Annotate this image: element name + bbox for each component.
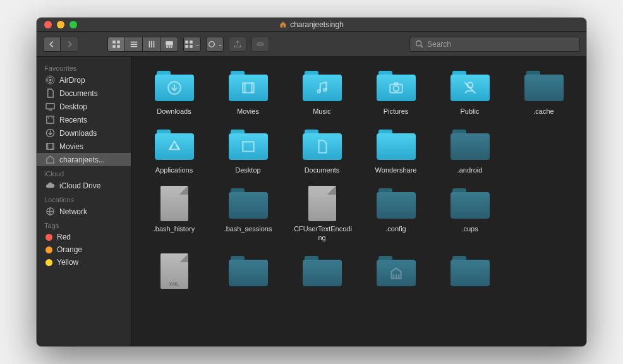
item-label: .cups bbox=[461, 225, 478, 233]
folder-item[interactable]: Movies bbox=[214, 68, 282, 116]
folder-icon bbox=[524, 71, 564, 101]
forward-button[interactable] bbox=[61, 37, 78, 52]
sidebar-item-documents[interactable]: Documents bbox=[37, 87, 131, 100]
icon-view-button[interactable] bbox=[107, 37, 125, 52]
sidebar-item-yellow[interactable]: Yellow bbox=[37, 256, 131, 269]
sidebar-item-airdrop[interactable]: AirDrop bbox=[37, 73, 131, 87]
file-item[interactable]: .CFUserTextEncoding bbox=[288, 186, 356, 241]
folder-item[interactable]: Music bbox=[288, 68, 356, 116]
folder-item[interactable] bbox=[362, 253, 430, 293]
folder-item[interactable]: Desktop bbox=[214, 127, 282, 174]
back-button[interactable] bbox=[43, 37, 61, 52]
folder-item[interactable]: .cups bbox=[436, 186, 504, 241]
list-view-button[interactable] bbox=[125, 37, 143, 52]
sidebar-item-label: Documents bbox=[59, 89, 98, 98]
svg-rect-32 bbox=[243, 142, 253, 152]
item-label: Movies bbox=[237, 107, 259, 116]
search-input[interactable] bbox=[427, 40, 574, 49]
folder-item[interactable] bbox=[436, 253, 504, 293]
folder-item[interactable]: .bash_sessions bbox=[214, 186, 282, 241]
sidebar-item-label: Network bbox=[59, 207, 87, 216]
svg-rect-6 bbox=[169, 46, 170, 47]
gallery-view-button[interactable] bbox=[160, 37, 178, 52]
item-label: Applications bbox=[155, 166, 193, 174]
finder-window: charanjeetsingh ⌄ ⌄ FavouritesAirDropDo bbox=[37, 18, 586, 346]
folder-item[interactable]: Documents bbox=[288, 127, 356, 174]
search-box[interactable] bbox=[409, 37, 580, 52]
sidebar-item-label: Red bbox=[57, 233, 71, 241]
folder-icon bbox=[229, 71, 268, 101]
search-icon bbox=[415, 40, 423, 48]
sidebar-item-recents[interactable]: Recents bbox=[37, 113, 131, 126]
sidebar-item-label: Orange bbox=[57, 245, 82, 254]
sidebar-item-downloads[interactable]: Downloads bbox=[37, 126, 131, 140]
traffic-lights bbox=[37, 21, 77, 28]
svg-point-28 bbox=[324, 88, 326, 91]
sidebar-item-label: charanjeets... bbox=[59, 155, 105, 164]
item-label: .bash_sessions bbox=[224, 225, 272, 233]
item-label: .cache bbox=[533, 107, 553, 116]
svg-rect-8 bbox=[185, 40, 188, 43]
folder-icon bbox=[451, 130, 490, 160]
folder-icon bbox=[303, 71, 342, 101]
svg-rect-2 bbox=[113, 45, 116, 47]
item-label: .android bbox=[457, 166, 483, 174]
folder-item[interactable] bbox=[288, 253, 356, 293]
icon-grid: DownloadsMoviesMusicPicturesPublic.cache… bbox=[140, 68, 578, 293]
file-item[interactable]: XML bbox=[140, 253, 208, 293]
folder-icon bbox=[229, 256, 268, 286]
folder-item[interactable] bbox=[214, 253, 282, 293]
item-label: Documents bbox=[305, 166, 340, 174]
folder-icon bbox=[377, 188, 416, 219]
sidebar-item-desktop[interactable]: Desktop bbox=[37, 100, 131, 113]
folder-item[interactable]: Downloads bbox=[140, 68, 208, 116]
folder-icon bbox=[155, 71, 194, 101]
sidebar-item-orange[interactable]: Orange bbox=[37, 243, 131, 256]
file-item[interactable]: .bash_history bbox=[140, 186, 208, 241]
sidebar-item-red[interactable]: Red bbox=[37, 231, 131, 243]
svg-rect-9 bbox=[190, 40, 192, 43]
sidebar[interactable]: FavouritesAirDropDocumentsDesktopRecents… bbox=[37, 57, 131, 346]
content-area[interactable]: DownloadsMoviesMusicPicturesPublic.cache… bbox=[131, 57, 586, 346]
file-icon: XML bbox=[160, 253, 188, 289]
share-button[interactable] bbox=[229, 37, 246, 52]
item-label: Wondershare bbox=[375, 166, 417, 174]
item-label: Desktop bbox=[235, 166, 260, 174]
folder-item[interactable]: Public bbox=[436, 68, 504, 116]
sidebar-section-header: Locations bbox=[37, 192, 131, 205]
svg-rect-10 bbox=[185, 45, 188, 47]
sidebar-item-charanjeets-[interactable]: charanjeets... bbox=[37, 153, 131, 166]
sidebar-item-label: Desktop bbox=[59, 102, 87, 111]
action-menu[interactable]: ⌄ bbox=[206, 37, 224, 52]
item-label: Music bbox=[313, 107, 331, 116]
folder-item[interactable]: .config bbox=[362, 186, 430, 241]
tags-button[interactable] bbox=[251, 37, 269, 52]
folder-item[interactable]: .android bbox=[436, 127, 504, 174]
svg-rect-0 bbox=[113, 40, 116, 43]
item-label: Pictures bbox=[384, 107, 409, 116]
sidebar-item-icloud-drive[interactable]: iCloud Drive bbox=[37, 179, 131, 192]
titlebar[interactable]: charanjeetsingh bbox=[37, 18, 586, 32]
folder-item[interactable]: Pictures bbox=[362, 68, 430, 116]
svg-rect-4 bbox=[166, 41, 172, 45]
folder-icon bbox=[377, 256, 416, 286]
folder-item[interactable]: Wondershare bbox=[362, 127, 430, 174]
folder-icon bbox=[229, 188, 268, 219]
folder-icon bbox=[451, 71, 490, 101]
item-label: .CFUserTextEncoding bbox=[291, 225, 354, 241]
svg-rect-1 bbox=[118, 40, 120, 43]
svg-point-14 bbox=[416, 41, 421, 46]
folder-item[interactable]: Applications bbox=[140, 127, 208, 174]
sidebar-item-network[interactable]: Network bbox=[37, 205, 131, 218]
arrange-menu[interactable]: ⌄ bbox=[183, 37, 201, 52]
close-button[interactable] bbox=[44, 21, 52, 28]
toolbar: ⌄ ⌄ bbox=[37, 32, 586, 57]
sidebar-item-movies[interactable]: Movies bbox=[37, 140, 131, 153]
column-view-button[interactable] bbox=[143, 37, 160, 52]
nav-buttons bbox=[43, 37, 78, 52]
minimize-button[interactable] bbox=[57, 21, 64, 28]
svg-rect-18 bbox=[46, 104, 54, 109]
sidebar-section-header: Tags bbox=[37, 218, 131, 231]
folder-item[interactable]: .cache bbox=[510, 68, 578, 116]
fullscreen-button[interactable] bbox=[70, 21, 77, 28]
